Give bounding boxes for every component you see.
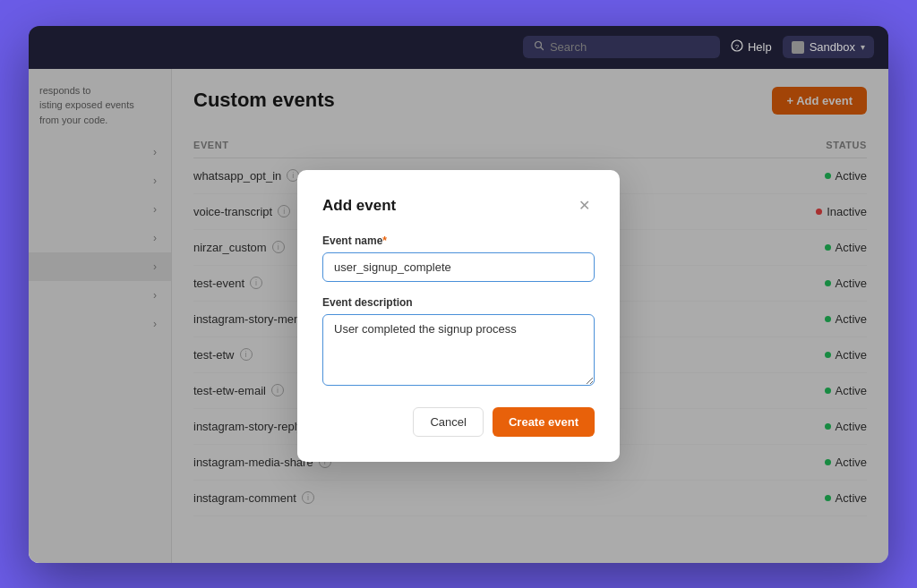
search-input[interactable] xyxy=(550,40,709,54)
search-icon xyxy=(534,40,544,54)
chevron-down-icon: ▾ xyxy=(861,42,865,52)
event-name-label: Event name* xyxy=(322,234,595,247)
top-nav: ? Help Sandbox ▾ xyxy=(29,26,888,69)
required-marker: * xyxy=(382,234,387,247)
search-bar[interactable] xyxy=(523,36,720,58)
sandbox-icon xyxy=(792,41,804,54)
svg-text:?: ? xyxy=(735,43,740,51)
event-description-label: Event description xyxy=(322,296,595,309)
event-description-input[interactable] xyxy=(322,314,595,386)
modal-header: Add event ✕ xyxy=(322,195,595,217)
modal-overlay: Add event ✕ Event name* Event descriptio… xyxy=(29,69,888,563)
main-area: responds to isting exposed events from y… xyxy=(29,69,888,563)
help-icon: ? xyxy=(731,39,743,55)
sandbox-label: Sandbox xyxy=(810,40,855,54)
svg-line-1 xyxy=(540,47,543,50)
event-description-group: Event description xyxy=(322,296,595,389)
help-button[interactable]: ? Help xyxy=(731,39,772,55)
event-name-group: Event name* xyxy=(322,234,595,282)
sandbox-button[interactable]: Sandbox ▾ xyxy=(783,36,874,58)
modal-title: Add event xyxy=(322,197,396,215)
cancel-button[interactable]: Cancel xyxy=(413,407,483,437)
browser-window: ? Help Sandbox ▾ responds to isting expo… xyxy=(29,26,888,563)
create-event-button[interactable]: Create event xyxy=(493,407,595,437)
modal-actions: Cancel Create event xyxy=(322,407,595,437)
event-name-input[interactable] xyxy=(322,252,595,282)
add-event-modal: Add event ✕ Event name* Event descriptio… xyxy=(297,170,620,462)
help-label: Help xyxy=(748,40,772,54)
modal-close-button[interactable]: ✕ xyxy=(573,195,595,217)
